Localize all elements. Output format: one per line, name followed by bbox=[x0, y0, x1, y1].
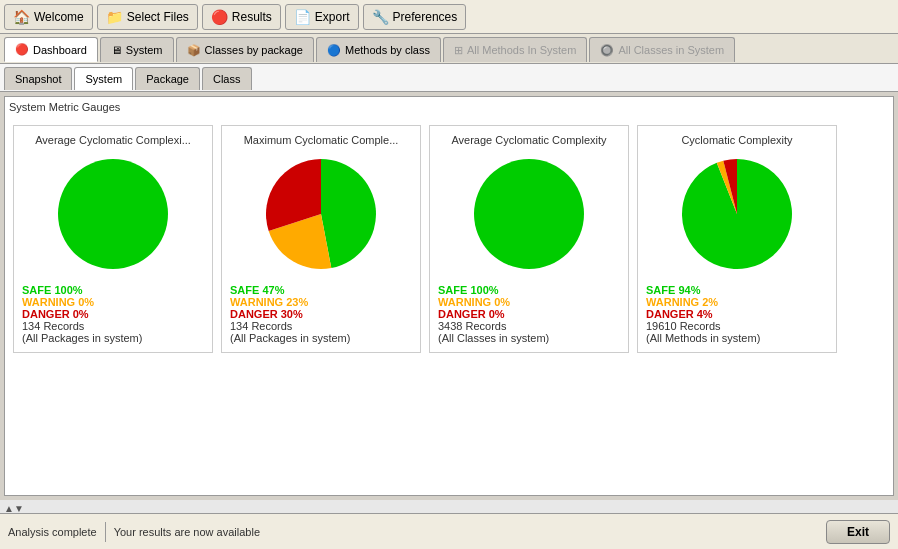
tab-system-label: System bbox=[126, 44, 163, 56]
stat-scope-2: (All Classes in system) bbox=[438, 332, 620, 344]
stat-safe-1: SAFE 47% bbox=[230, 284, 412, 296]
results-icon: 🔴 bbox=[211, 9, 228, 25]
stat-danger-0: DANGER 0% bbox=[22, 308, 204, 320]
stat-danger-1: DANGER 30% bbox=[230, 308, 412, 320]
pie-chart-0 bbox=[53, 154, 173, 274]
stat-scope-3: (All Methods in system) bbox=[646, 332, 828, 344]
preferences-label: Preferences bbox=[393, 10, 458, 24]
gauge-stats-0: SAFE 100% WARNING 0% DANGER 0% 134 Recor… bbox=[22, 284, 204, 344]
sub-tab-snapshot-label: Snapshot bbox=[15, 73, 61, 85]
tab-methods-by-class[interactable]: 🔵 Methods by class bbox=[316, 37, 441, 62]
tab-all-classes: 🔘 All Classes in System bbox=[589, 37, 735, 62]
sub-tab-class[interactable]: Class bbox=[202, 67, 252, 90]
gauge-card-3: Cyclomatic Complexity SAFE 94% WARNING 2… bbox=[637, 125, 837, 353]
preferences-icon: 🔧 bbox=[372, 9, 389, 25]
sub-tab-system[interactable]: System bbox=[74, 67, 133, 90]
dashboard-icon: 🔴 bbox=[15, 43, 29, 56]
stat-records-1: 134 Records bbox=[230, 320, 412, 332]
gauge-stats-2: SAFE 100% WARNING 0% DANGER 0% 3438 Reco… bbox=[438, 284, 620, 344]
all-classes-icon: 🔘 bbox=[600, 44, 614, 57]
sub-tabs: Snapshot System Package Class bbox=[0, 64, 898, 92]
status-divider bbox=[105, 522, 106, 542]
results-available: Your results are now available bbox=[114, 526, 260, 538]
gauge-title-0: Average Cyclomatic Complexi... bbox=[22, 134, 204, 146]
package-icon: 📦 bbox=[187, 44, 201, 57]
section-title: System Metric Gauges bbox=[9, 101, 889, 113]
stat-warning-3: WARNING 2% bbox=[646, 296, 828, 308]
folder-icon: 📁 bbox=[106, 9, 123, 25]
gauge-card-1: Maximum Cyclomatic Comple... SAFE 47% WA… bbox=[221, 125, 421, 353]
sub-tab-class-label: Class bbox=[213, 73, 241, 85]
gauge-card-0: Average Cyclomatic Complexi... SAFE 100%… bbox=[13, 125, 213, 353]
preferences-button[interactable]: 🔧 Preferences bbox=[363, 4, 467, 30]
method-icon: 🔵 bbox=[327, 44, 341, 57]
svg-point-1 bbox=[474, 159, 584, 269]
results-button[interactable]: 🔴 Results bbox=[202, 4, 281, 30]
tab-all-methods: ⊞ All Methods In System bbox=[443, 37, 587, 62]
gauges-container: Average Cyclomatic Complexi... SAFE 100%… bbox=[9, 121, 889, 357]
stat-records-2: 3438 Records bbox=[438, 320, 620, 332]
nav-tabs: 🔴 Dashboard 🖥 System 📦 Classes by packag… bbox=[0, 34, 898, 64]
tab-all-classes-label: All Classes in System bbox=[618, 44, 724, 56]
system-icon: 🖥 bbox=[111, 44, 122, 56]
sub-tab-system-label: System bbox=[85, 73, 122, 85]
tab-dashboard-label: Dashboard bbox=[33, 44, 87, 56]
tab-system[interactable]: 🖥 System bbox=[100, 37, 174, 62]
sub-tab-snapshot[interactable]: Snapshot bbox=[4, 67, 72, 90]
export-label: Export bbox=[315, 10, 350, 24]
stat-warning-0: WARNING 0% bbox=[22, 296, 204, 308]
toolbar: 🏠 Welcome 📁 Select Files 🔴 Results 📄 Exp… bbox=[0, 0, 898, 34]
stat-warning-1: WARNING 23% bbox=[230, 296, 412, 308]
stat-scope-1: (All Packages in system) bbox=[230, 332, 412, 344]
gauge-title-3: Cyclomatic Complexity bbox=[646, 134, 828, 146]
svg-point-0 bbox=[58, 159, 168, 269]
tab-dashboard[interactable]: 🔴 Dashboard bbox=[4, 37, 98, 62]
tab-classes-label: Classes by package bbox=[205, 44, 303, 56]
stat-records-3: 19610 Records bbox=[646, 320, 828, 332]
export-button[interactable]: 📄 Export bbox=[285, 4, 359, 30]
stat-safe-2: SAFE 100% bbox=[438, 284, 620, 296]
results-label: Results bbox=[232, 10, 272, 24]
tab-methods-label: Methods by class bbox=[345, 44, 430, 56]
gauge-stats-1: SAFE 47% WARNING 23% DANGER 30% 134 Reco… bbox=[230, 284, 412, 344]
main-content: System Metric Gauges Average Cyclomatic … bbox=[4, 96, 894, 496]
analysis-complete: Analysis complete bbox=[8, 526, 97, 538]
stat-danger-2: DANGER 0% bbox=[438, 308, 620, 320]
status-bar: Analysis complete Your results are now a… bbox=[0, 513, 898, 549]
pie-chart-1 bbox=[261, 154, 381, 274]
export-icon: 📄 bbox=[294, 9, 311, 25]
stat-warning-2: WARNING 0% bbox=[438, 296, 620, 308]
gauge-title-1: Maximum Cyclomatic Comple... bbox=[230, 134, 412, 146]
gauge-card-2: Average Cyclomatic Complexity SAFE 100% … bbox=[429, 125, 629, 353]
gauge-title-2: Average Cyclomatic Complexity bbox=[438, 134, 620, 146]
welcome-button[interactable]: 🏠 Welcome bbox=[4, 4, 93, 30]
gauge-stats-3: SAFE 94% WARNING 2% DANGER 4% 19610 Reco… bbox=[646, 284, 828, 344]
stat-safe-0: SAFE 100% bbox=[22, 284, 204, 296]
stat-scope-0: (All Packages in system) bbox=[22, 332, 204, 344]
select-files-label: Select Files bbox=[127, 10, 189, 24]
pie-chart-3 bbox=[677, 154, 797, 274]
tab-classes-by-package[interactable]: 📦 Classes by package bbox=[176, 37, 314, 62]
welcome-label: Welcome bbox=[34, 10, 84, 24]
welcome-icon: 🏠 bbox=[13, 9, 30, 25]
pie-chart-2 bbox=[469, 154, 589, 274]
all-methods-icon: ⊞ bbox=[454, 44, 463, 57]
stat-records-0: 134 Records bbox=[22, 320, 204, 332]
sub-tab-package-label: Package bbox=[146, 73, 189, 85]
select-files-button[interactable]: 📁 Select Files bbox=[97, 4, 198, 30]
exit-button[interactable]: Exit bbox=[826, 520, 890, 544]
tab-all-methods-label: All Methods In System bbox=[467, 44, 576, 56]
stat-safe-3: SAFE 94% bbox=[646, 284, 828, 296]
sub-tab-package[interactable]: Package bbox=[135, 67, 200, 90]
stat-danger-3: DANGER 4% bbox=[646, 308, 828, 320]
